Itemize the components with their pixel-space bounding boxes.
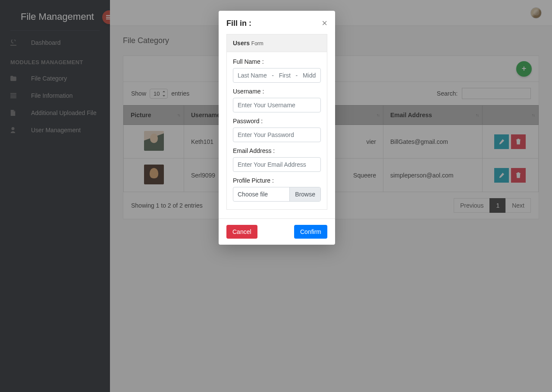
email-label: Email Address :: [233, 147, 321, 154]
form-body: Full Name : Username : Password : Email …: [226, 52, 327, 210]
fullname-input[interactable]: [233, 68, 321, 83]
modal-header: Fill in : ×: [219, 11, 335, 34]
file-text: Choose file: [233, 187, 289, 201]
modal-title: Fill in :: [226, 19, 251, 28]
password-label: Password :: [233, 118, 321, 124]
form-group-email: Email Address :: [233, 147, 321, 172]
username-input[interactable]: [233, 98, 321, 112]
form-header-light: Form: [251, 40, 263, 47]
modal-close-button[interactable]: ×: [322, 19, 327, 28]
form-group-username: Username :: [233, 88, 321, 112]
confirm-button[interactable]: Confirm: [294, 225, 327, 239]
email-input[interactable]: [233, 157, 321, 172]
file-browse-button[interactable]: Browse: [289, 187, 320, 201]
modal-body: Users Form Full Name : Username : Passwo…: [219, 34, 335, 218]
cancel-button[interactable]: Cancel: [226, 225, 257, 239]
fullname-label: Full Name :: [233, 58, 321, 65]
picture-label: Profile Picture :: [233, 177, 321, 184]
form-header-bold: Users: [233, 40, 250, 47]
form-group-fullname: Full Name :: [233, 58, 321, 83]
password-input[interactable]: [233, 128, 321, 142]
file-input[interactable]: Choose file Browse: [233, 187, 321, 202]
modal-footer: Cancel Confirm: [219, 218, 335, 245]
user-form-modal: Fill in : × Users Form Full Name : Usern…: [219, 11, 335, 245]
form-group-picture: Profile Picture : Choose file Browse: [233, 177, 321, 202]
username-label: Username :: [233, 88, 321, 95]
form-header: Users Form: [226, 34, 327, 52]
form-group-password: Password :: [233, 118, 321, 142]
